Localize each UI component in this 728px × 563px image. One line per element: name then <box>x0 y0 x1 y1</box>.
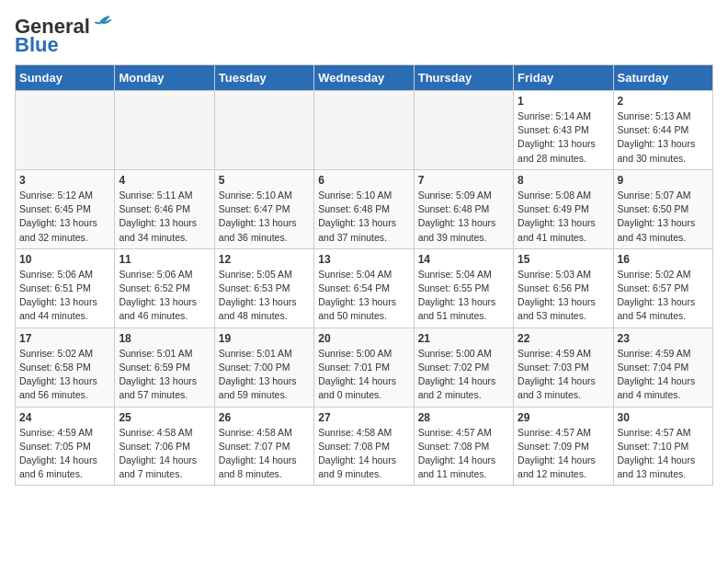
calendar-day: 7Sunrise: 5:09 AM Sunset: 6:48 PM Daylig… <box>414 169 513 248</box>
day-number: 3 <box>19 174 110 187</box>
calendar-day: 26Sunrise: 4:58 AM Sunset: 7:07 PM Dayli… <box>214 407 313 486</box>
calendar-day: 21Sunrise: 5:00 AM Sunset: 7:02 PM Dayli… <box>414 327 513 407</box>
day-number: 16 <box>618 253 709 266</box>
calendar-day: 12Sunrise: 5:05 AM Sunset: 6:53 PM Dayli… <box>214 248 313 327</box>
day-info: Sunrise: 5:03 AM Sunset: 6:56 PM Dayligh… <box>518 268 609 324</box>
calendar-day: 22Sunrise: 4:59 AM Sunset: 7:03 PM Dayli… <box>514 327 613 407</box>
calendar-day <box>414 91 513 170</box>
weekday-header-saturday: Saturday <box>613 65 712 91</box>
calendar-day: 28Sunrise: 4:57 AM Sunset: 7:08 PM Dayli… <box>414 407 513 486</box>
calendar-day: 13Sunrise: 5:04 AM Sunset: 6:54 PM Dayli… <box>314 248 414 327</box>
calendar-day <box>16 91 115 170</box>
weekday-header-wednesday: Wednesday <box>314 65 414 91</box>
day-number: 28 <box>418 411 509 424</box>
day-info: Sunrise: 4:57 AM Sunset: 7:10 PM Dayligh… <box>618 426 709 482</box>
day-info: Sunrise: 4:57 AM Sunset: 7:08 PM Dayligh… <box>418 426 509 482</box>
day-info: Sunrise: 5:04 AM Sunset: 6:55 PM Dayligh… <box>418 268 509 324</box>
calendar-week-3: 10Sunrise: 5:06 AM Sunset: 6:51 PM Dayli… <box>16 248 713 327</box>
calendar-day: 8Sunrise: 5:08 AM Sunset: 6:49 PM Daylig… <box>514 169 613 248</box>
day-info: Sunrise: 5:08 AM Sunset: 6:49 PM Dayligh… <box>518 189 609 245</box>
day-info: Sunrise: 5:06 AM Sunset: 6:51 PM Dayligh… <box>19 268 110 324</box>
calendar-day <box>214 91 313 170</box>
calendar-day: 19Sunrise: 5:01 AM Sunset: 7:00 PM Dayli… <box>214 327 313 407</box>
day-number: 20 <box>318 332 409 345</box>
day-number: 8 <box>518 174 609 187</box>
calendar-day: 9Sunrise: 5:07 AM Sunset: 6:50 PM Daylig… <box>613 169 712 248</box>
day-number: 1 <box>518 95 609 108</box>
day-number: 23 <box>618 332 709 345</box>
page-header: General Blue <box>15 15 713 57</box>
day-number: 18 <box>119 332 210 345</box>
day-number: 15 <box>518 253 609 266</box>
day-number: 2 <box>618 95 709 108</box>
day-info: Sunrise: 5:02 AM Sunset: 6:57 PM Dayligh… <box>618 268 709 324</box>
day-info: Sunrise: 4:59 AM Sunset: 7:05 PM Dayligh… <box>19 426 110 482</box>
calendar-day: 11Sunrise: 5:06 AM Sunset: 6:52 PM Dayli… <box>115 248 214 327</box>
calendar-day: 1Sunrise: 5:14 AM Sunset: 6:43 PM Daylig… <box>514 91 613 170</box>
weekday-header-thursday: Thursday <box>414 65 513 91</box>
weekday-header-monday: Monday <box>115 65 214 91</box>
calendar-day: 18Sunrise: 5:01 AM Sunset: 6:59 PM Dayli… <box>115 327 214 407</box>
day-number: 24 <box>19 411 110 424</box>
calendar-day: 30Sunrise: 4:57 AM Sunset: 7:10 PM Dayli… <box>613 407 712 486</box>
day-number: 27 <box>318 411 409 424</box>
day-info: Sunrise: 5:04 AM Sunset: 6:54 PM Dayligh… <box>318 268 409 324</box>
day-info: Sunrise: 5:12 AM Sunset: 6:45 PM Dayligh… <box>19 189 110 245</box>
weekday-header-tuesday: Tuesday <box>214 65 313 91</box>
day-info: Sunrise: 5:01 AM Sunset: 6:59 PM Dayligh… <box>119 347 210 403</box>
day-number: 29 <box>518 411 609 424</box>
calendar-day: 29Sunrise: 4:57 AM Sunset: 7:09 PM Dayli… <box>514 407 613 486</box>
calendar-week-2: 3Sunrise: 5:12 AM Sunset: 6:45 PM Daylig… <box>16 169 713 248</box>
day-info: Sunrise: 5:00 AM Sunset: 7:01 PM Dayligh… <box>318 347 409 403</box>
day-info: Sunrise: 5:09 AM Sunset: 6:48 PM Dayligh… <box>418 189 509 245</box>
day-number: 11 <box>119 253 210 266</box>
day-info: Sunrise: 5:10 AM Sunset: 6:47 PM Dayligh… <box>219 189 310 245</box>
day-info: Sunrise: 5:00 AM Sunset: 7:02 PM Dayligh… <box>418 347 509 403</box>
day-number: 6 <box>318 174 409 187</box>
calendar-day: 24Sunrise: 4:59 AM Sunset: 7:05 PM Dayli… <box>16 407 115 486</box>
day-number: 4 <box>119 174 210 187</box>
calendar-day: 27Sunrise: 4:58 AM Sunset: 7:08 PM Dayli… <box>314 407 414 486</box>
weekday-header-friday: Friday <box>514 65 613 91</box>
day-info: Sunrise: 4:58 AM Sunset: 7:08 PM Dayligh… <box>318 426 409 482</box>
calendar-day: 10Sunrise: 5:06 AM Sunset: 6:51 PM Dayli… <box>16 248 115 327</box>
calendar-week-1: 1Sunrise: 5:14 AM Sunset: 6:43 PM Daylig… <box>16 91 713 170</box>
calendar-week-4: 17Sunrise: 5:02 AM Sunset: 6:58 PM Dayli… <box>16 327 713 407</box>
day-number: 12 <box>219 253 310 266</box>
calendar-week-5: 24Sunrise: 4:59 AM Sunset: 7:05 PM Dayli… <box>16 407 713 486</box>
calendar-day: 23Sunrise: 4:59 AM Sunset: 7:04 PM Dayli… <box>613 327 712 407</box>
calendar-day: 4Sunrise: 5:11 AM Sunset: 6:46 PM Daylig… <box>115 169 214 248</box>
day-info: Sunrise: 5:07 AM Sunset: 6:50 PM Dayligh… <box>618 189 709 245</box>
calendar-day: 17Sunrise: 5:02 AM Sunset: 6:58 PM Dayli… <box>16 327 115 407</box>
calendar-day: 15Sunrise: 5:03 AM Sunset: 6:56 PM Dayli… <box>514 248 613 327</box>
day-info: Sunrise: 5:10 AM Sunset: 6:48 PM Dayligh… <box>318 189 409 245</box>
weekday-header-row: SundayMondayTuesdayWednesdayThursdayFrid… <box>16 65 713 91</box>
day-info: Sunrise: 5:13 AM Sunset: 6:44 PM Dayligh… <box>618 109 709 166</box>
day-number: 21 <box>418 332 509 345</box>
calendar-day: 20Sunrise: 5:00 AM Sunset: 7:01 PM Dayli… <box>314 327 414 407</box>
calendar-day: 16Sunrise: 5:02 AM Sunset: 6:57 PM Dayli… <box>613 248 712 327</box>
calendar-day <box>115 91 214 170</box>
day-info: Sunrise: 4:57 AM Sunset: 7:09 PM Dayligh… <box>518 426 609 482</box>
day-number: 13 <box>318 253 409 266</box>
calendar-day: 6Sunrise: 5:10 AM Sunset: 6:48 PM Daylig… <box>314 169 414 248</box>
day-info: Sunrise: 5:14 AM Sunset: 6:43 PM Dayligh… <box>518 109 609 166</box>
day-number: 25 <box>119 411 210 424</box>
day-info: Sunrise: 4:59 AM Sunset: 7:03 PM Dayligh… <box>518 347 609 403</box>
calendar-day: 2Sunrise: 5:13 AM Sunset: 6:44 PM Daylig… <box>613 91 712 170</box>
logo: General Blue <box>15 15 112 57</box>
weekday-header-sunday: Sunday <box>16 65 115 91</box>
calendar-table: SundayMondayTuesdayWednesdayThursdayFrid… <box>15 64 713 486</box>
day-info: Sunrise: 4:58 AM Sunset: 7:07 PM Dayligh… <box>219 426 310 482</box>
day-number: 30 <box>618 411 709 424</box>
calendar-day: 25Sunrise: 4:58 AM Sunset: 7:06 PM Dayli… <box>115 407 214 486</box>
day-number: 10 <box>19 253 110 266</box>
day-number: 9 <box>618 174 709 187</box>
day-info: Sunrise: 5:02 AM Sunset: 6:58 PM Dayligh… <box>19 347 110 403</box>
day-info: Sunrise: 5:01 AM Sunset: 7:00 PM Dayligh… <box>219 347 310 403</box>
day-number: 22 <box>518 332 609 345</box>
calendar-day <box>314 91 414 170</box>
logo-bird-icon <box>92 15 112 31</box>
day-number: 19 <box>219 332 310 345</box>
day-info: Sunrise: 4:59 AM Sunset: 7:04 PM Dayligh… <box>618 347 709 403</box>
